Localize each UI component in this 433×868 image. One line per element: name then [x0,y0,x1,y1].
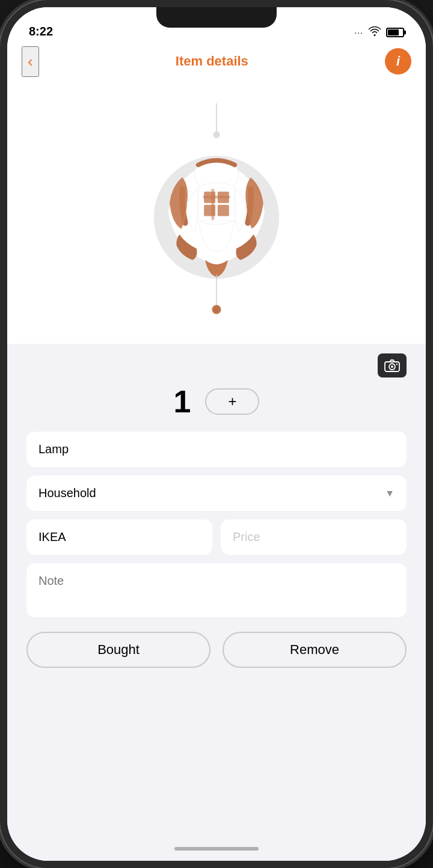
svg-point-15 [391,365,393,368]
lamp-image [126,103,307,320]
signal-icon: ··· [354,28,363,37]
quantity-row: 1 + [26,384,407,420]
name-input[interactable] [26,432,407,467]
svg-rect-2 [198,188,235,221]
phone-frame: 8:22 ··· ‹ Item details [0,0,433,868]
svg-rect-7 [203,195,230,198]
nav-title: Item details [176,53,248,69]
category-value: Household [38,486,96,500]
svg-point-12 [213,131,220,138]
status-time: 8:22 [29,25,53,38]
details-area: 1 + Household ▼ Bought Remove [7,344,426,837]
wifi-icon [368,26,381,38]
category-dropdown[interactable]: Household ▼ [26,475,407,511]
status-icons: ··· [354,26,404,38]
dropdown-arrow-icon: ▼ [385,488,395,499]
svg-point-16 [396,364,398,365]
plus-button[interactable]: + [205,388,259,415]
bought-button[interactable]: Bought [26,632,210,668]
nav-bar: ‹ Item details i [7,43,426,79]
action-buttons: Bought Remove [26,632,407,668]
quantity-display: 1 [174,384,191,420]
note-input[interactable] [26,563,407,617]
svg-rect-6 [218,205,229,216]
screen: 8:22 ··· ‹ Item details [7,7,426,861]
svg-point-11 [213,307,219,312]
info-button[interactable]: i [385,48,411,75]
svg-rect-8 [211,189,214,220]
brand-input[interactable] [26,519,212,555]
product-image-area [7,79,426,344]
camera-button[interactable] [378,353,407,377]
status-bar: 8:22 ··· [7,7,426,43]
camera-icon [384,359,400,372]
back-button[interactable]: ‹ [22,46,39,77]
notch [156,7,277,28]
battery-icon [386,28,404,37]
battery-fill [388,29,399,35]
home-indicator [7,837,426,861]
price-input[interactable] [221,519,407,555]
camera-row [26,353,407,377]
home-bar [174,847,259,851]
remove-button[interactable]: Remove [223,632,407,668]
brand-price-row [26,519,407,555]
